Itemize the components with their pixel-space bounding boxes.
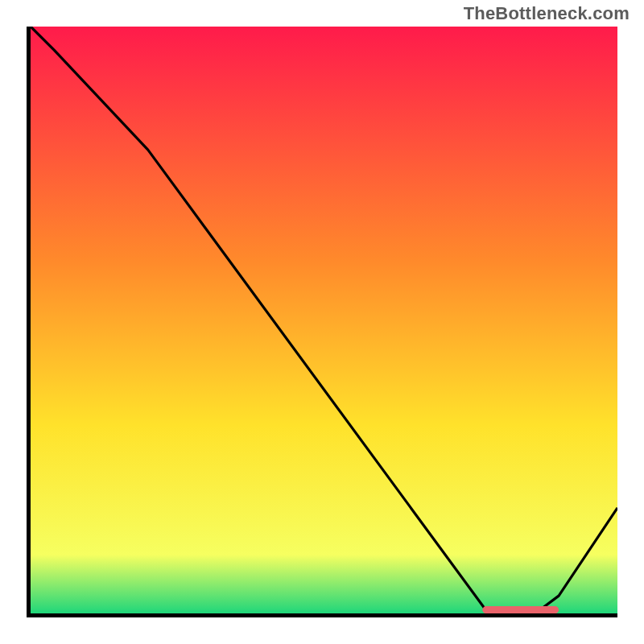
optimal-range-marker	[482, 606, 559, 613]
chart-container: { "watermark": "TheBottleneck.com", "col…	[0, 0, 644, 644]
plot-area	[27, 27, 617, 617]
chart-svg	[31, 27, 617, 613]
gradient-background	[31, 27, 617, 613]
watermark-text: TheBottleneck.com	[464, 3, 630, 24]
